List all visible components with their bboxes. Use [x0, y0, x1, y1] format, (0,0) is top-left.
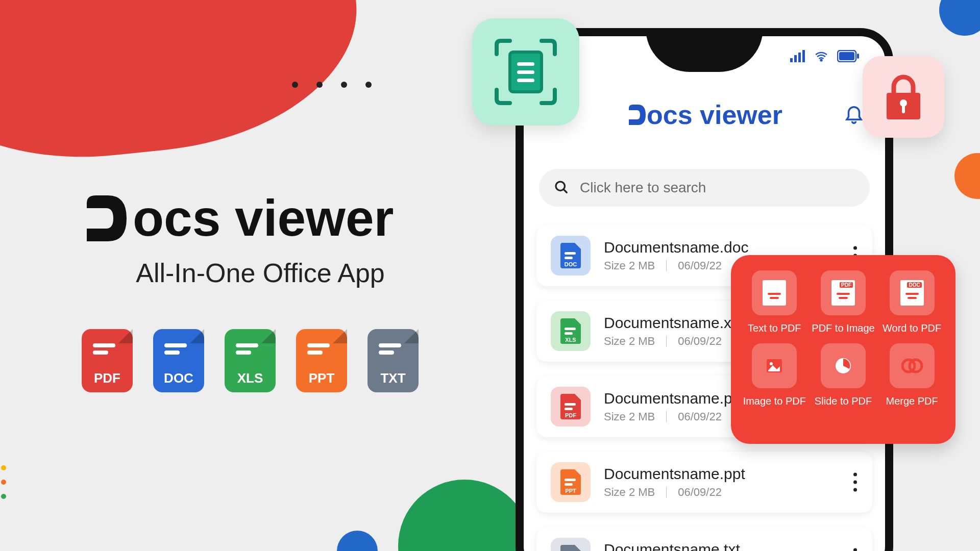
format-label: DOC	[164, 370, 193, 386]
file-size: Size 2 MB	[604, 259, 655, 272]
file-type-icon: TXT	[551, 538, 591, 551]
file-row-ppt[interactable]: PPT Documentsname.ppt Size 2 MB 06/09/22	[536, 452, 872, 513]
svg-rect-18	[565, 479, 576, 481]
meta-separator	[666, 411, 667, 422]
app-title-text: ocs viewer	[647, 100, 782, 130]
action-tile-icon	[752, 343, 797, 388]
svg-rect-3	[802, 50, 805, 62]
bg-blue-dot-top	[939, 0, 980, 36]
svg-rect-16	[565, 408, 573, 410]
action-pdf-image[interactable]: PDF PDF to Image	[811, 270, 876, 334]
action-slide-pdf[interactable]: Slide to PDF	[811, 343, 876, 407]
action-tile-icon	[821, 343, 866, 388]
action-merge-pdf[interactable]: Merge PDF	[879, 343, 944, 407]
bg-orange-dot	[954, 153, 980, 199]
format-tile-doc: DOC	[153, 329, 204, 392]
bg-green-arc	[398, 480, 531, 551]
lock-badge[interactable]	[863, 56, 944, 138]
file-date: 06/09/22	[678, 259, 722, 272]
file-type-icon: PDF	[551, 387, 591, 427]
file-name: Documentsname.doc	[604, 239, 748, 256]
wifi-icon	[814, 50, 829, 64]
svg-text:XLS: XLS	[565, 337, 576, 343]
bg-red-wave	[0, 0, 370, 177]
action-label: Text to PDF	[748, 322, 801, 334]
svg-rect-6	[839, 52, 854, 60]
file-type-icon: XLS	[551, 311, 591, 351]
file-date: 06/09/22	[678, 486, 722, 499]
svg-rect-12	[565, 328, 576, 330]
svg-rect-26	[517, 70, 534, 74]
svg-rect-2	[798, 53, 801, 62]
notification-icon[interactable]	[843, 103, 865, 126]
search-icon	[553, 179, 569, 196]
brand-tagline: All-In-One Office App	[82, 258, 439, 288]
meta-separator	[666, 336, 667, 347]
bg-four-dots	[292, 82, 372, 88]
brand-logo: ocs viewer	[82, 189, 470, 247]
action-word-pdf[interactable]: DOC Word to PDF	[879, 270, 944, 334]
file-meta: Size 2 MB 06/09/22	[604, 259, 748, 272]
bg-blue-dot	[337, 531, 378, 551]
format-label: XLS	[237, 370, 263, 386]
svg-rect-19	[565, 483, 573, 486]
bg-tiny-dots	[1, 465, 6, 499]
file-meta: Size 2 MB 06/09/22	[604, 486, 745, 499]
file-row-txt[interactable]: TXT Documentsname.txt Size 2 MB 06/09/22	[536, 527, 872, 551]
file-name: Documentsname.xls	[604, 314, 743, 332]
action-label: Image to PDF	[743, 395, 806, 407]
search-placeholder: Click here to search	[580, 180, 706, 196]
file-meta: Size 2 MB 06/09/22	[604, 410, 745, 423]
svg-rect-27	[517, 79, 534, 82]
meta-separator	[666, 487, 667, 498]
search-input[interactable]: Click here to search	[539, 169, 870, 207]
svg-text:DOC: DOC	[565, 261, 577, 267]
file-name: Documentsname.pdf	[604, 390, 745, 407]
format-tile-xls: XLS	[225, 329, 276, 392]
format-tile-pdf: PDF	[82, 329, 133, 392]
file-name: Documentsname.txt	[604, 541, 740, 551]
file-meta: Size 2 MB 06/09/22	[604, 335, 743, 348]
brand-text: ocs viewer	[133, 189, 394, 247]
svg-rect-0	[790, 58, 793, 62]
brand-d-icon	[82, 193, 129, 244]
file-date: 06/09/22	[678, 335, 722, 348]
app-d-icon	[626, 102, 647, 132]
action-tile-icon: PDF	[821, 270, 866, 315]
svg-rect-9	[565, 252, 576, 255]
svg-text:PPT: PPT	[565, 488, 576, 494]
more-menu-icon[interactable]	[853, 473, 857, 492]
svg-rect-15	[565, 403, 576, 406]
action-label: Slide to PDF	[815, 395, 872, 407]
svg-point-4	[821, 60, 822, 61]
svg-text:PDF: PDF	[565, 412, 576, 418]
scan-badge[interactable]	[472, 18, 579, 126]
action-label: Merge PDF	[886, 395, 938, 407]
action-label: PDF to Image	[812, 322, 874, 334]
format-label: PPT	[309, 370, 335, 386]
marketing-block: ocs viewer All-In-One Office App PDF DOC…	[82, 189, 470, 392]
svg-rect-7	[857, 54, 859, 59]
format-tile-ppt: PPT	[296, 329, 347, 392]
action-tile-icon	[752, 270, 797, 315]
file-type-icon: DOC	[551, 236, 591, 276]
svg-point-32	[770, 362, 773, 365]
svg-rect-1	[794, 55, 797, 62]
file-date: 06/09/22	[678, 410, 722, 423]
more-menu-icon[interactable]	[853, 548, 857, 552]
file-size: Size 2 MB	[604, 335, 655, 348]
file-size: Size 2 MB	[604, 410, 655, 423]
file-type-icon: PPT	[551, 462, 591, 502]
svg-rect-25	[517, 62, 534, 66]
action-tile-icon: DOC	[890, 270, 935, 315]
format-label: PDF	[94, 370, 120, 386]
actions-panel: Text to PDF PDF PDF to Image DOC Word to…	[731, 255, 955, 444]
format-label: TXT	[380, 370, 405, 386]
action-text-pdf[interactable]: Text to PDF	[742, 270, 807, 334]
format-row: PDF DOC XLS PPT TXT	[82, 329, 470, 392]
format-tile-txt: TXT	[368, 329, 419, 392]
svg-rect-13	[565, 332, 573, 335]
meta-separator	[666, 260, 667, 271]
signal-icon	[790, 50, 805, 64]
action-image-pdf[interactable]: Image to PDF	[742, 343, 807, 407]
